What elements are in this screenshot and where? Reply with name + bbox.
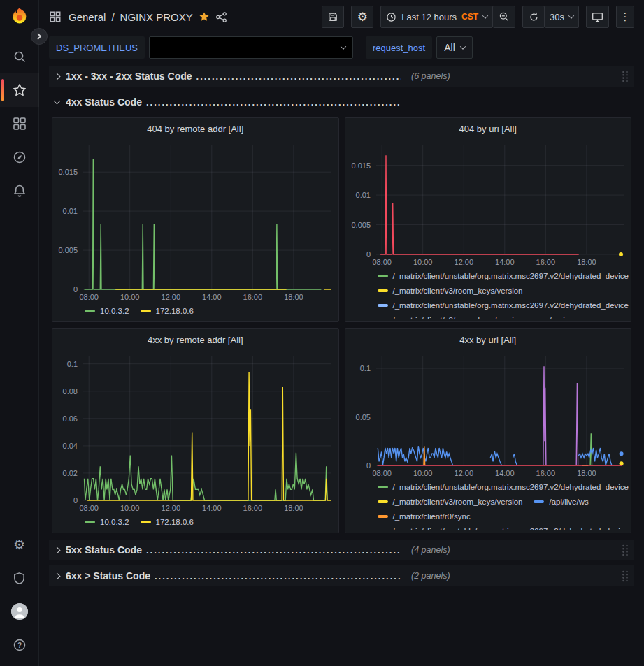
row-leader-dots: ........................................…: [155, 571, 401, 581]
svg-text:0: 0: [73, 285, 78, 294]
row-title: 6xx > Status Code: [66, 570, 150, 581]
zoom-out-time-button[interactable]: [493, 6, 515, 28]
ds-prometheus-select[interactable]: [149, 36, 353, 59]
row-5xx[interactable]: 5xx Status Code ........................…: [49, 540, 634, 560]
legend-item[interactable]: /_matrix/client/v3/room_keys/version: [378, 312, 523, 319]
panel-404-by-remote-addr: 404 by remote addr [All] 00.0050.010.015…: [52, 117, 339, 322]
svg-text:0.005: 0.005: [351, 221, 371, 229]
refresh-button[interactable]: [522, 6, 545, 28]
legend-swatch-icon: [378, 275, 388, 277]
chevron-right-icon: [54, 73, 61, 80]
search-icon: [13, 50, 27, 64]
legend-swatch-icon: [141, 310, 151, 312]
avatar: [11, 603, 28, 620]
legend-swatch-icon: [378, 319, 388, 319]
sidebar-item-starred[interactable]: [0, 73, 39, 107]
legend-item[interactable]: /_matrix/client/unstable/org.matrix.msc2…: [378, 298, 629, 312]
sidebar-item-alerting[interactable]: [0, 174, 39, 208]
sidebar-expand-button[interactable]: [31, 28, 48, 45]
legend-item[interactable]: /_matrix/client/unstable/org.matrix.msc2…: [378, 268, 629, 283]
row-drag-handle[interactable]: [622, 570, 629, 582]
svg-text:0: 0: [366, 461, 370, 470]
svg-text:10:00: 10:00: [413, 469, 432, 477]
sidebar-item-explore[interactable]: [0, 140, 39, 174]
row-1xx-3xx-2xx[interactable]: 1xx - 3xx - 2xx Status Code ............…: [49, 66, 634, 87]
legend-label: 172.18.0.6: [156, 307, 194, 315]
ds-prometheus-label: DS_PROMETHEUS: [49, 36, 145, 59]
refresh-interval-picker[interactable]: 30s: [545, 6, 579, 28]
chart-404-by-remote-addr[interactable]: 00.0050.010.01508:0010:0012:0014:0016:00…: [52, 139, 338, 302]
legend-label: /sw.js: [549, 316, 568, 319]
grafana-logo-icon[interactable]: [9, 6, 30, 27]
legend-item[interactable]: 10.0.3.2: [85, 303, 129, 318]
panel-title[interactable]: 404 by uri [All]: [345, 118, 631, 139]
row-6xx[interactable]: 6xx > Status Code ......................…: [49, 565, 634, 586]
row-drag-handle[interactable]: [622, 544, 629, 556]
svg-text:18:00: 18:00: [284, 504, 303, 512]
legend-label: 10.0.3.2: [100, 518, 129, 526]
legend-label: /_matrix/client/v3/room_keys/version: [393, 316, 523, 319]
svg-text:0.005: 0.005: [58, 246, 78, 254]
panel-title[interactable]: 4xx by remote addr [All]: [52, 329, 338, 350]
panel-row: 4xx by remote addr [All] 00.020.040.060.…: [49, 328, 634, 533]
sidebar-item-profile[interactable]: [0, 595, 39, 628]
legend-swatch-icon: [378, 486, 388, 488]
legend-item[interactable]: /api/live/ws: [534, 494, 588, 509]
svg-text:12:00: 12:00: [454, 469, 473, 477]
legend-item[interactable]: 172.18.0.6: [141, 303, 194, 318]
svg-text:12:00: 12:00: [162, 293, 181, 301]
legend-swatch-icon: [85, 521, 95, 523]
sidebar-item-dashboards[interactable]: [0, 107, 39, 140]
dashboard-settings-button[interactable]: ⚙: [351, 6, 373, 28]
breadcrumb-page-title[interactable]: NGINX PROXY: [120, 11, 193, 23]
sidebar-item-configuration[interactable]: ⚙: [0, 528, 39, 561]
row-4xx[interactable]: 4xx Status Code ........................…: [49, 92, 634, 113]
chart-legend: 10.0.3.2172.18.0.6: [52, 302, 338, 320]
gear-icon: ⚙: [357, 11, 368, 23]
legend-item[interactable]: /_matrix/client/unstable/org.matrix.msc2…: [378, 523, 629, 530]
legend-item[interactable]: /_matrix/client/r0/sync: [378, 509, 471, 523]
legend-item[interactable]: /sw.js: [534, 312, 568, 319]
chart-4xx-by-uri[interactable]: 00.050.108:0010:0012:0014:0016:0018:00: [345, 350, 631, 478]
dashboard-content: 1xx - 3xx - 2xx Status Code ............…: [49, 61, 634, 586]
svg-text:?: ?: [17, 642, 21, 649]
request-host-select[interactable]: All: [436, 36, 473, 59]
sidebar-item-server-admin[interactable]: [0, 561, 39, 595]
legend-swatch-icon: [534, 319, 544, 319]
share-icon[interactable]: [215, 11, 227, 23]
legend-swatch-icon: [378, 500, 388, 503]
chevron-down-icon: [482, 13, 488, 18]
legend-item[interactable]: /_matrix/client/v3/room_keys/version: [378, 283, 523, 298]
legend-item[interactable]: /_matrix/client/v3/room_keys/version: [378, 494, 523, 509]
svg-text:0.01: 0.01: [355, 191, 370, 199]
panel-title[interactable]: 4xx by uri [All]: [345, 329, 631, 350]
svg-text:14:00: 14:00: [495, 469, 515, 477]
chart-4xx-by-remote-addr[interactable]: 00.020.040.060.080.108:0010:0012:0014:00…: [52, 350, 338, 513]
sidebar-item-search[interactable]: [0, 40, 39, 73]
legend-label: 10.0.3.2: [100, 307, 129, 315]
svg-text:16:00: 16:00: [536, 258, 555, 266]
time-range-picker[interactable]: Last 12 hours CST: [380, 6, 493, 28]
panel-404-by-uri: 404 by uri [All] 00.0050.010.01508:0010:…: [345, 117, 632, 322]
save-dashboard-button[interactable]: [322, 6, 344, 28]
favorite-star-icon[interactable]: [199, 11, 210, 22]
sidebar-item-help[interactable]: ?: [0, 628, 39, 662]
more-options-button[interactable]: ⋮: [616, 6, 634, 28]
legend-label: /_matrix/client/v3/room_keys/version: [393, 287, 523, 295]
svg-text:0.05: 0.05: [355, 413, 370, 421]
row-drag-handle[interactable]: [622, 71, 629, 82]
cycle-view-mode-button[interactable]: [586, 6, 609, 28]
svg-text:0.1: 0.1: [67, 360, 78, 368]
legend-item[interactable]: 10.0.3.2: [85, 514, 129, 529]
top-navbar: General / NGINX PROXY ⚙: [49, 0, 634, 34]
svg-text:18:00: 18:00: [577, 258, 596, 266]
legend-swatch-icon: [378, 289, 388, 292]
legend-item[interactable]: 172.18.0.6: [141, 514, 194, 529]
shield-icon: [13, 572, 26, 585]
compass-icon: [13, 150, 27, 164]
chart-404-by-uri[interactable]: 00.0050.010.01508:0010:0012:0014:0016:00…: [345, 139, 631, 267]
breadcrumb-section[interactable]: General: [69, 11, 106, 23]
row-leader-dots: ........................................…: [146, 545, 401, 556]
panel-title[interactable]: 404 by remote addr [All]: [52, 118, 338, 139]
legend-item[interactable]: /_matrix/client/unstable/org.matrix.msc2…: [378, 479, 629, 494]
